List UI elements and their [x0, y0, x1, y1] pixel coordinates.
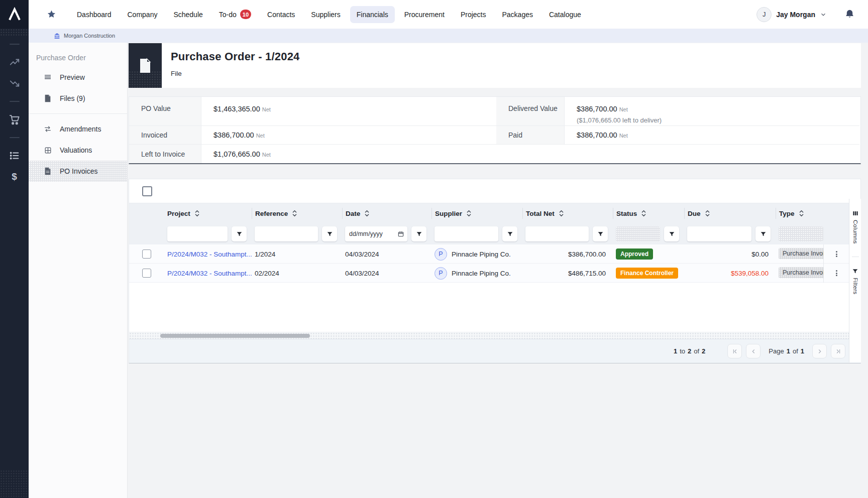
table-header-row: Project Reference Date Supplier Total Ne… — [129, 203, 860, 223]
col-header-project[interactable]: Project — [164, 210, 252, 217]
horizontal-scrollbar[interactable] — [129, 332, 860, 339]
row-actions-kebab[interactable] — [823, 264, 849, 283]
nav-projects[interactable]: Projects — [454, 6, 493, 23]
breadcrumb: Morgan Construction — [29, 29, 868, 43]
sort-icon[interactable] — [292, 210, 297, 217]
next-page-button[interactable] — [812, 344, 827, 358]
nav-dashboard[interactable]: Dashboard — [70, 6, 118, 23]
filter-input-total-net[interactable] — [525, 226, 589, 241]
trend-up-icon[interactable] — [0, 52, 29, 73]
filter-button-status[interactable] — [664, 226, 679, 241]
nav-todo[interactable]: To-do10 — [212, 5, 258, 24]
sidebar-item-preview[interactable]: Preview — [29, 67, 127, 88]
nav-suppliers[interactable]: Suppliers — [304, 6, 347, 23]
nav-financials[interactable]: Financials — [350, 6, 395, 23]
rail-pattern — [0, 470, 29, 498]
funnel-icon — [416, 231, 422, 237]
sort-icon[interactable] — [466, 210, 472, 217]
supplier-avatar: P — [435, 267, 447, 280]
sort-icon[interactable] — [559, 210, 564, 217]
columns-panel-toggle[interactable]: Columns — [852, 210, 859, 243]
filter-button-reference[interactable] — [322, 226, 337, 241]
sidebar-item-po-invoices[interactable]: PO Invoices — [29, 161, 127, 182]
date-cell: 04/03/2024 — [342, 251, 431, 258]
calendar-icon[interactable] — [397, 230, 404, 237]
file-icon — [44, 94, 52, 102]
status-badge: Approved — [616, 248, 653, 260]
nav-catalogue[interactable]: Catalogue — [542, 6, 588, 23]
tab-file[interactable]: File — [171, 70, 300, 77]
first-page-button[interactable] — [727, 344, 742, 358]
lines-icon — [44, 73, 52, 81]
filter-button-total-net[interactable] — [593, 226, 608, 241]
page-header: Purchase Order - 1/2024 File — [129, 43, 861, 88]
filter-input-reference[interactable] — [255, 226, 318, 241]
filter-input-supplier[interactable] — [435, 226, 498, 241]
col-header-due[interactable]: Due — [684, 208, 776, 219]
scrollbar-thumb[interactable] — [160, 334, 310, 338]
list-icon[interactable] — [0, 145, 29, 166]
filter-button-date[interactable] — [411, 226, 426, 241]
trend-down-icon[interactable] — [0, 73, 29, 94]
col-header-reference[interactable]: Reference — [252, 208, 342, 219]
col-header-status[interactable]: Status — [613, 208, 684, 219]
filter-input-due[interactable] — [687, 226, 751, 241]
filter-button-due[interactable] — [755, 226, 771, 241]
filter-button-project[interactable] — [232, 226, 247, 241]
due-cell: $539,058.00 — [684, 270, 776, 277]
sidebar-item-amendments[interactable]: Amendments — [29, 118, 127, 140]
filter-input-project[interactable] — [167, 226, 228, 241]
table-row[interactable]: P/2024/M032 - Southampt... 1/2024 04/03/… — [129, 244, 860, 264]
chevron-down-icon — [820, 11, 827, 18]
filter-button-supplier[interactable] — [502, 226, 517, 241]
filter-input-status-disabled — [616, 226, 660, 241]
swap-arrows-icon — [44, 126, 52, 133]
funnel-icon — [669, 231, 675, 237]
document-icon — [138, 58, 152, 74]
sidebar-item-valuations[interactable]: Valuations — [29, 140, 127, 161]
funnel-icon — [760, 231, 767, 237]
last-page-button[interactable] — [831, 344, 845, 358]
notifications-bell-icon[interactable] — [844, 9, 855, 20]
filters-panel-toggle[interactable]: Filters — [852, 268, 858, 294]
row-checkbox[interactable] — [142, 250, 151, 259]
pagination-page: Page 1 of 1 — [769, 347, 804, 355]
row-checkbox[interactable] — [142, 269, 151, 278]
app-rail: $ — [0, 0, 29, 498]
sidebar-item-files[interactable]: Files (9) — [29, 88, 127, 109]
select-all-checkbox[interactable] — [142, 186, 152, 196]
table-row[interactable]: P/2024/M032 - Southampt... 02/2024 04/03… — [129, 264, 860, 283]
user-menu[interactable]: J Jay Morgan — [756, 7, 855, 22]
summary-value-delivered: $386,700.00Net ($1,076,665.00 left to de… — [565, 97, 859, 126]
dollar-icon[interactable]: $ — [0, 166, 29, 187]
nav-contacts[interactable]: Contacts — [261, 6, 301, 23]
cart-icon[interactable] — [0, 109, 29, 130]
last-page-icon — [835, 348, 842, 355]
sort-icon[interactable] — [194, 210, 200, 217]
nav-schedule[interactable]: Schedule — [167, 6, 209, 23]
rail-pattern — [0, 29, 29, 37]
nav-procurement[interactable]: Procurement — [398, 6, 451, 23]
nav-company[interactable]: Company — [121, 6, 164, 23]
sort-icon[interactable] — [799, 210, 804, 217]
nav-packages[interactable]: Packages — [495, 6, 539, 23]
row-actions-kebab[interactable] — [823, 244, 849, 264]
filter-date-input[interactable]: dd/mm/yyyy — [345, 226, 407, 241]
col-header-type[interactable]: Type — [776, 208, 823, 219]
app-logo[interactable] — [0, 0, 29, 29]
project-link[interactable]: P/2024/M032 - Southampt... — [167, 251, 252, 258]
project-link[interactable]: P/2024/M032 - Southampt... — [167, 270, 252, 277]
col-header-date[interactable]: Date — [342, 208, 431, 219]
summary-label-paid: Paid — [496, 126, 565, 145]
supplier-avatar: P — [435, 248, 447, 261]
sort-icon[interactable] — [705, 210, 710, 217]
sort-icon[interactable] — [364, 210, 370, 217]
prev-page-button[interactable] — [746, 344, 761, 358]
favorites-star-icon[interactable] — [47, 10, 56, 19]
left-to-deliver-note: ($1,076,665.00 left to deliver) — [577, 116, 859, 124]
col-header-supplier[interactable]: Supplier — [431, 208, 522, 219]
sort-icon[interactable] — [641, 210, 646, 217]
breadcrumb-company[interactable]: Morgan Construction — [64, 33, 115, 39]
user-avatar[interactable]: J — [756, 7, 772, 22]
col-header-total-net[interactable]: Total Net — [522, 208, 613, 219]
